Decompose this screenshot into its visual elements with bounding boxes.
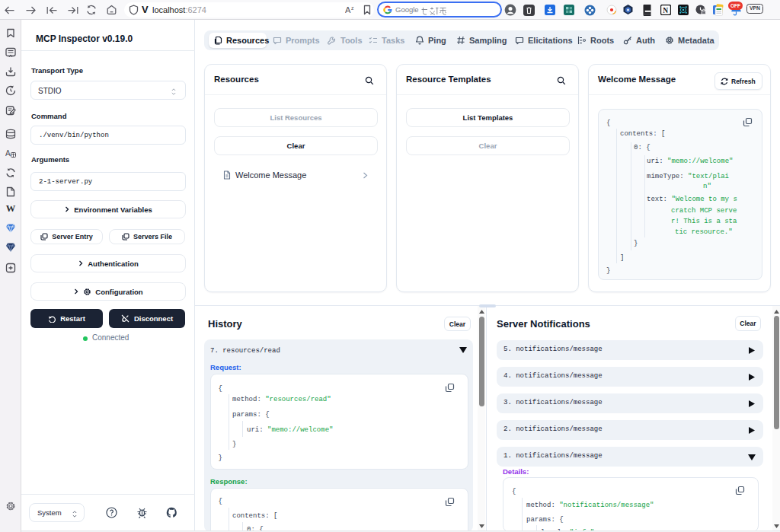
svg-text:N: N <box>663 7 668 14</box>
svg-text:A: A <box>345 5 351 14</box>
svg-text:A: A <box>5 149 11 158</box>
svg-text:z: z <box>351 5 354 11</box>
